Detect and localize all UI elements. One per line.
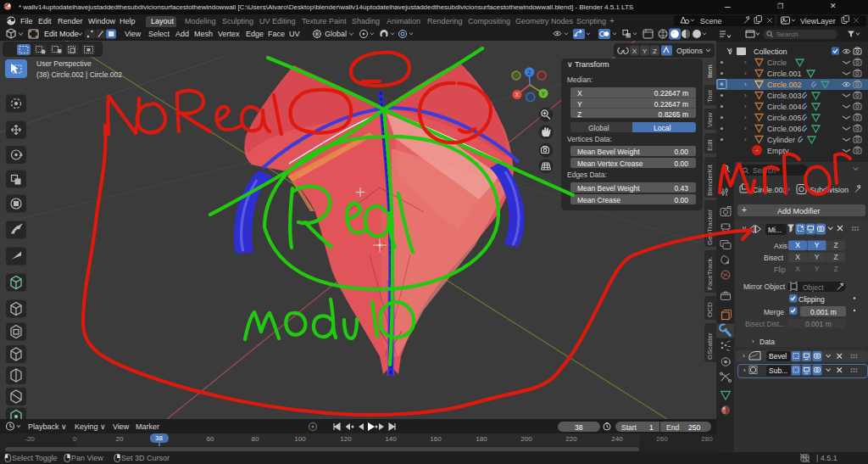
svg-text:Y: Y bbox=[542, 91, 546, 97]
svg-text:Y: Y bbox=[643, 48, 648, 55]
svg-text:X: X bbox=[515, 92, 520, 98]
svg-text:(38) Circle.002 | Circle.002: (38) Circle.002 | Circle.002 bbox=[36, 70, 122, 79]
svg-text:User Perspective: User Perspective bbox=[36, 59, 92, 68]
svg-text:Options: Options bbox=[676, 47, 704, 55]
svg-text:Z: Z bbox=[528, 70, 531, 75]
svg-text:Z: Z bbox=[653, 48, 657, 55]
svg-text:X: X bbox=[632, 48, 637, 55]
